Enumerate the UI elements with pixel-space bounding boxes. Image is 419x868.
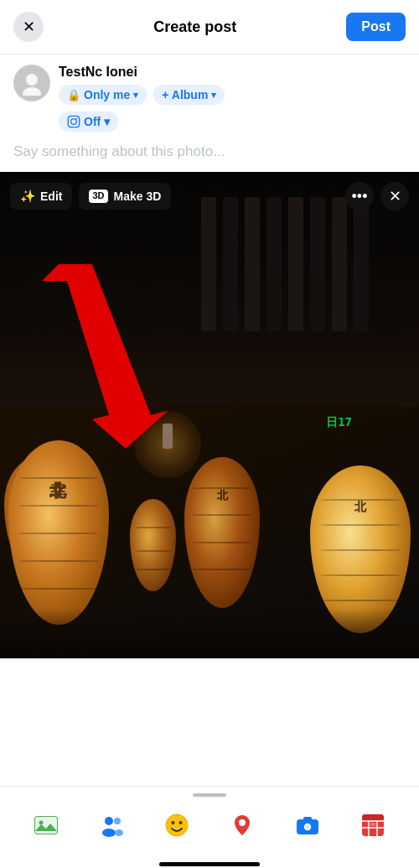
svg-rect-23 bbox=[362, 814, 384, 821]
gallery-icon bbox=[34, 813, 59, 838]
username: TestNc Ionei bbox=[59, 65, 225, 80]
lantern-rib bbox=[18, 533, 99, 534]
post-button[interactable]: Post bbox=[346, 13, 406, 41]
emoji-icon bbox=[164, 813, 189, 838]
lock-icon: 🔒 bbox=[67, 89, 80, 101]
photo-action-buttons: ••• ✕ bbox=[345, 182, 409, 211]
lantern-rib bbox=[135, 550, 172, 552]
grid-button[interactable] bbox=[354, 807, 391, 844]
more-options-button[interactable]: ••• bbox=[345, 182, 374, 211]
chevron-down-icon-ig: ▾ bbox=[104, 115, 110, 128]
lantern-body: 北北北幸 bbox=[8, 440, 109, 625]
home-bar bbox=[159, 862, 260, 866]
tag-people-button[interactable] bbox=[93, 807, 130, 844]
slat-3 bbox=[245, 197, 260, 331]
grid-icon bbox=[360, 813, 385, 838]
caption-area[interactable]: Say something about this photo... bbox=[0, 135, 419, 172]
edit-button[interactable]: ✨ Edit bbox=[10, 183, 72, 210]
privacy-label: Only me bbox=[84, 88, 130, 101]
avatar bbox=[13, 65, 50, 101]
svg-point-16 bbox=[179, 821, 183, 824]
3d-icon: 3D bbox=[89, 190, 107, 202]
camera-icon bbox=[295, 813, 320, 838]
location-icon bbox=[230, 813, 255, 838]
lantern-body: 北北 bbox=[184, 457, 260, 608]
slat-1 bbox=[201, 197, 216, 331]
people-icon bbox=[99, 813, 124, 838]
slat-2 bbox=[223, 197, 238, 331]
slat-4 bbox=[266, 197, 282, 331]
lantern-body bbox=[130, 499, 176, 591]
location-button[interactable] bbox=[224, 807, 261, 844]
svg-point-1 bbox=[23, 87, 41, 96]
svg-point-17 bbox=[239, 819, 246, 826]
svg-point-15 bbox=[172, 821, 175, 824]
edit-label: Edit bbox=[40, 190, 62, 203]
slat-8 bbox=[354, 197, 369, 331]
photo-container: 日17 北北 北北北幸 bbox=[0, 172, 419, 658]
svg-rect-28 bbox=[370, 823, 375, 826]
slat-5 bbox=[288, 197, 303, 331]
slats bbox=[201, 197, 369, 331]
lantern-rib bbox=[192, 487, 252, 489]
floor-element bbox=[0, 608, 419, 658]
handle-bar bbox=[193, 793, 226, 797]
lantern-rib bbox=[320, 600, 401, 601]
svg-point-0 bbox=[26, 74, 38, 86]
svg-point-12 bbox=[114, 818, 121, 824]
svg-point-9 bbox=[39, 821, 44, 825]
instagram-badge[interactable]: Off ▾ bbox=[59, 112, 118, 132]
svg-point-14 bbox=[166, 814, 188, 836]
lantern-rib bbox=[320, 524, 401, 526]
lantern-small-middle bbox=[130, 499, 176, 591]
chevron-down-icon-album: ▾ bbox=[211, 90, 216, 101]
lantern-rib bbox=[192, 542, 252, 543]
lantern-rib bbox=[135, 527, 172, 528]
lantern-rib bbox=[18, 560, 99, 562]
camera-button[interactable] bbox=[289, 807, 326, 844]
wall-light bbox=[155, 424, 180, 465]
gallery-button[interactable] bbox=[28, 807, 65, 844]
privacy-badge[interactable]: 🔒 Only me ▾ bbox=[59, 85, 147, 105]
chevron-down-icon: ▾ bbox=[133, 90, 138, 101]
svg-point-11 bbox=[102, 829, 116, 837]
lantern-rib bbox=[320, 574, 401, 576]
lantern-large-left: 北北北幸 bbox=[8, 440, 109, 625]
user-section: TestNc Ionei 🔒 Only me ▾ + Album ▾ Off ▾ bbox=[0, 55, 419, 135]
close-icon: ✕ bbox=[389, 187, 401, 205]
lantern-rib bbox=[18, 477, 99, 479]
ig-label: Off bbox=[84, 115, 101, 128]
close-button[interactable]: ✕ bbox=[13, 12, 44, 42]
photo-close-button[interactable]: ✕ bbox=[380, 182, 409, 211]
badges-row: 🔒 Only me ▾ + Album ▾ bbox=[59, 85, 225, 105]
album-label: + Album bbox=[162, 88, 208, 101]
svg-point-13 bbox=[115, 829, 123, 836]
caption-placeholder: Say something about this photo... bbox=[13, 143, 225, 159]
header-title: Create post bbox=[153, 18, 236, 36]
emoji-button[interactable] bbox=[158, 807, 195, 844]
lantern-rib bbox=[135, 569, 172, 570]
svg-point-10 bbox=[105, 817, 113, 825]
ig-row: Off ▾ bbox=[59, 110, 225, 132]
green-sign: 日17 bbox=[326, 415, 352, 430]
bottom-toolbar bbox=[0, 786, 419, 868]
lantern-rib bbox=[320, 499, 401, 501]
lantern-rib bbox=[320, 549, 401, 551]
home-indicator bbox=[0, 857, 419, 868]
photo-overlay-controls: ✨ Edit 3D Make 3D ••• ✕ bbox=[0, 182, 419, 211]
lantern-rib bbox=[18, 505, 99, 507]
more-icon: ••• bbox=[352, 188, 368, 205]
slat-7 bbox=[332, 197, 347, 331]
user-info: TestNc Ionei 🔒 Only me ▾ + Album ▾ Off ▾ bbox=[59, 65, 225, 132]
make3d-button[interactable]: 3D Make 3D bbox=[79, 183, 171, 210]
instagram-icon bbox=[67, 115, 80, 128]
wand-icon: ✨ bbox=[20, 189, 36, 204]
make3d-label: Make 3D bbox=[114, 190, 162, 203]
svg-point-21 bbox=[305, 824, 310, 829]
album-badge[interactable]: + Album ▾ bbox=[153, 85, 225, 105]
lantern-rib bbox=[192, 514, 252, 516]
toolbar-icon-row bbox=[0, 800, 419, 857]
svg-rect-20 bbox=[303, 817, 312, 821]
photo-edit-buttons: ✨ Edit 3D Make 3D bbox=[10, 183, 171, 210]
svg-point-3 bbox=[71, 119, 77, 125]
